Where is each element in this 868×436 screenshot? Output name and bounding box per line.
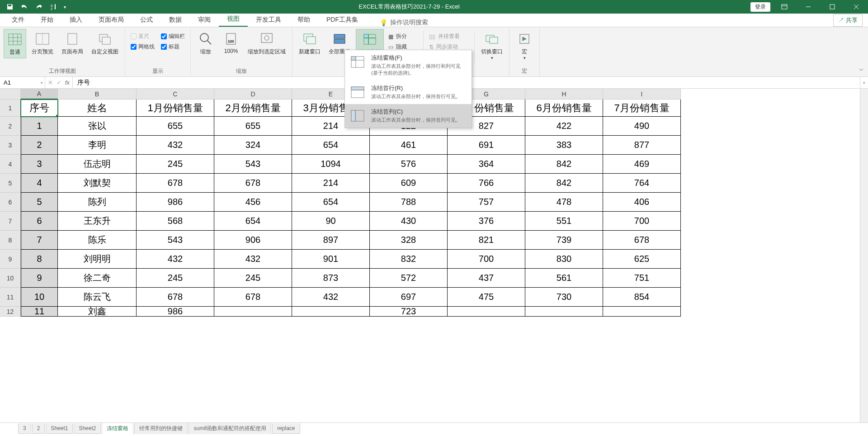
cell[interactable]: 刘明明 xyxy=(58,250,137,269)
cell[interactable]: 654 xyxy=(214,212,292,231)
sheet-tab[interactable]: sumif函数和通配符的搭配使用 xyxy=(189,423,271,435)
new-window-button[interactable]: 新建窗口 xyxy=(296,29,323,57)
cell[interactable]: 842 xyxy=(525,174,603,193)
cell[interactable]: 2月份销售量 xyxy=(214,100,292,117)
cell[interactable]: 625 xyxy=(603,250,681,269)
cell[interactable]: 刘鑫 xyxy=(58,307,137,317)
zoom-selection-button[interactable]: 缩放到选定区域 xyxy=(245,29,288,57)
cell[interactable]: 1月份销售量 xyxy=(137,100,214,117)
page-break-button[interactable]: 分页预览 xyxy=(29,29,56,57)
cell[interactable]: 李明 xyxy=(58,136,137,155)
cell[interactable]: 7月份销售量 xyxy=(603,100,681,117)
formula-bar-checkbox[interactable]: 编辑栏 xyxy=(159,32,187,41)
cell[interactable]: 739 xyxy=(525,231,603,250)
cell[interactable]: 328 xyxy=(370,231,448,250)
cell[interactable]: 245 xyxy=(137,155,214,174)
tab-data[interactable]: 数据 xyxy=(161,13,190,27)
custom-views-button[interactable]: 自定义视图 xyxy=(89,29,121,57)
column-header[interactable]: A xyxy=(21,89,58,100)
cell[interactable]: 723 xyxy=(370,307,448,317)
collapse-ribbon-icon[interactable] xyxy=(858,66,864,75)
cell[interactable]: 788 xyxy=(370,193,448,212)
ruler-checkbox[interactable]: 直尺 xyxy=(129,32,156,41)
cell[interactable]: 561 xyxy=(525,269,603,288)
sheet-tab[interactable]: 2 xyxy=(32,423,45,434)
cell[interactable]: 691 xyxy=(448,136,525,155)
cell[interactable]: 873 xyxy=(292,269,370,288)
tab-developer[interactable]: 开发工具 xyxy=(248,13,289,27)
cell[interactable]: 伍志明 xyxy=(58,155,137,174)
cell[interactable]: 830 xyxy=(525,250,603,269)
row-header[interactable]: 8 xyxy=(0,231,21,250)
fx-icon[interactable]: fx xyxy=(65,79,70,86)
name-box[interactable]: A1 xyxy=(0,77,45,88)
tab-review[interactable]: 审阅 xyxy=(190,13,219,27)
cell[interactable]: 475 xyxy=(448,288,525,307)
cell[interactable]: 1 xyxy=(21,117,58,136)
cell[interactable]: 2 xyxy=(21,136,58,155)
sheet-tab[interactable]: 3 xyxy=(18,423,31,434)
cell[interactable]: 序号 xyxy=(21,100,58,117)
expand-formula-bar-icon[interactable]: ▾ xyxy=(860,77,868,88)
cell[interactable]: 4 xyxy=(21,174,58,193)
cell[interactable]: 986 xyxy=(137,193,214,212)
sheet-tab[interactable]: 经常用到的快捷键 xyxy=(134,423,188,435)
cell[interactable]: 654 xyxy=(292,136,370,155)
cell[interactable]: 422 xyxy=(525,117,603,136)
cell[interactable] xyxy=(525,307,603,317)
cell[interactable]: 张以 xyxy=(58,117,137,136)
row-header[interactable]: 11 xyxy=(0,288,21,307)
cell[interactable]: 刘默契 xyxy=(58,174,137,193)
cell[interactable]: 478 xyxy=(525,193,603,212)
tab-view[interactable]: 视图 xyxy=(219,12,248,27)
undo-icon[interactable] xyxy=(18,1,31,12)
cell[interactable]: 821 xyxy=(448,231,525,250)
redo-icon[interactable] xyxy=(33,1,45,12)
cell[interactable]: 572 xyxy=(370,269,448,288)
column-header[interactable]: D xyxy=(214,89,292,100)
cell[interactable]: 3 xyxy=(21,155,58,174)
sheet-tab[interactable]: Sheet2 xyxy=(74,423,101,434)
cell[interactable]: 王东升 xyxy=(58,212,137,231)
cell[interactable]: 697 xyxy=(370,288,448,307)
column-header[interactable]: I xyxy=(603,89,681,100)
cell[interactable]: 9 xyxy=(21,269,58,288)
cell[interactable]: 757 xyxy=(448,193,525,212)
tab-home[interactable]: 开始 xyxy=(33,13,61,27)
row-header[interactable]: 4 xyxy=(0,155,21,174)
cell[interactable]: 766 xyxy=(448,174,525,193)
tab-file[interactable]: 文件 xyxy=(4,13,33,27)
column-header[interactable]: H xyxy=(525,89,603,100)
sort-icon[interactable]: AZ xyxy=(47,1,60,12)
freeze-top-row-option[interactable]: 冻结首行(R) 滚动工作表其余部分时，保持首行可见。 xyxy=(345,81,472,104)
share-button[interactable]: ↗ 共享 xyxy=(833,14,863,27)
login-button[interactable]: 登录 xyxy=(750,2,770,12)
cell[interactable]: 655 xyxy=(214,117,292,136)
save-icon[interactable] xyxy=(4,1,16,12)
row-header[interactable]: 2 xyxy=(0,117,21,136)
cell[interactable]: 456 xyxy=(214,193,292,212)
row-header[interactable]: 5 xyxy=(0,174,21,193)
cell[interactable]: 490 xyxy=(603,117,681,136)
cell[interactable]: 432 xyxy=(292,288,370,307)
cell[interactable]: 469 xyxy=(603,155,681,174)
cell[interactable]: 986 xyxy=(137,307,214,317)
cell[interactable]: 678 xyxy=(214,174,292,193)
tell-me-search[interactable]: 💡 操作说明搜索 xyxy=(380,19,428,27)
tab-insert[interactable]: 插入 xyxy=(61,13,90,27)
cell[interactable]: 764 xyxy=(603,174,681,193)
cell[interactable]: 245 xyxy=(214,269,292,288)
cell[interactable] xyxy=(448,307,525,317)
sheet-tab-active[interactable]: 冻结窗格 xyxy=(102,423,133,435)
cell[interactable]: 245 xyxy=(137,269,214,288)
switch-windows-button[interactable]: 切换窗口 ▾ xyxy=(478,29,505,62)
cell[interactable]: 383 xyxy=(525,136,603,155)
cell[interactable]: 7 xyxy=(21,231,58,250)
cell[interactable]: 655 xyxy=(137,117,214,136)
sheet-tab[interactable]: replace xyxy=(272,423,300,434)
cell[interactable]: 568 xyxy=(137,212,214,231)
cell[interactable]: 406 xyxy=(603,193,681,212)
cell[interactable]: 陈乐 xyxy=(58,231,137,250)
cell[interactable]: 陈列 xyxy=(58,193,137,212)
cell[interactable]: 901 xyxy=(292,250,370,269)
